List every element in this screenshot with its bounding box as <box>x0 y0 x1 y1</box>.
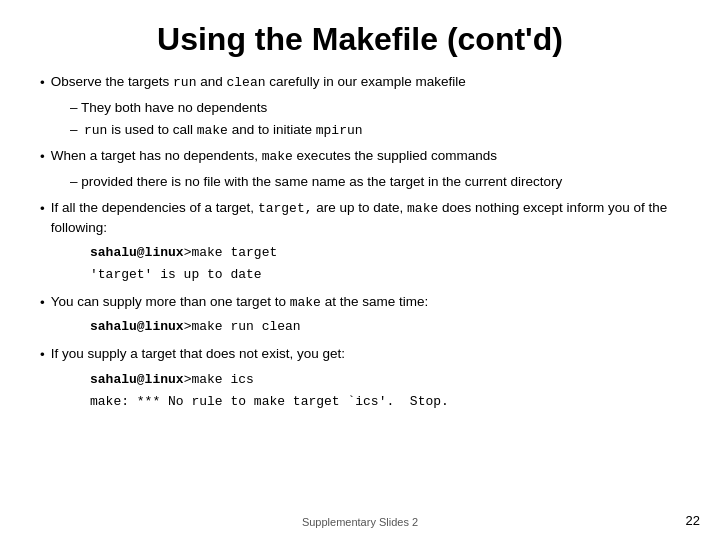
bullet-symbol-5: • <box>40 345 45 365</box>
code-bold-sahalu1: sahalu@linux <box>90 245 184 260</box>
bullet-symbol-4: • <box>40 293 45 313</box>
bullet-4: • You can supply more than one target to… <box>40 292 680 313</box>
bullet-text-4: You can supply more than one target to m… <box>51 292 680 313</box>
bullet-symbol-3: • <box>40 199 45 219</box>
bullet-symbol-2: • <box>40 147 45 167</box>
bullet-2: • When a target has no dependents, make … <box>40 146 680 167</box>
code-target-up: 'target' is up to date <box>90 267 262 282</box>
sub-bullet-1-2: – run is used to call make and to initia… <box>70 120 680 141</box>
content-area: • Observe the targets run and clean care… <box>40 72 680 413</box>
bullet-text-5: If you supply a target that does not exi… <box>51 344 680 364</box>
code-bold-sahalu3: sahalu@linux <box>90 372 184 387</box>
code-clean: clean <box>226 75 265 90</box>
bullet-text-2: When a target has no dependents, make ex… <box>51 146 680 167</box>
footer-center: Supplementary Slides 2 <box>302 516 418 528</box>
code-block-5-1: sahalu@linux>make ics <box>90 370 680 391</box>
code-block-4-1: sahalu@linux>make run clean <box>90 317 680 338</box>
sub-bullet-2-1: provided there is no file with the same … <box>70 172 680 192</box>
code-rest-2: >make run clean <box>184 319 301 334</box>
code-rest-3: >make ics <box>184 372 254 387</box>
code-run2: run <box>84 123 107 138</box>
code-rest-1: >make target <box>184 245 278 260</box>
code-block-5-2: make: *** No rule to make target `ics'. … <box>90 392 680 413</box>
code-block-3-2: 'target' is up to date <box>90 265 680 286</box>
bullet-text-3: If all the dependencies of a target, tar… <box>51 198 680 239</box>
sub-bullet-1-1: They both have no dependents <box>70 98 680 118</box>
code-make2: make <box>262 149 293 164</box>
code-block-3-1: sahalu@linux>make target <box>90 243 680 264</box>
code-bold-sahalu2: sahalu@linux <box>90 319 184 334</box>
slide: Using the Makefile (cont'd) • Observe th… <box>0 0 720 540</box>
code-run: run <box>173 75 196 90</box>
bullet-5: • If you supply a target that does not e… <box>40 344 680 365</box>
code-mpirun: mpirun <box>316 123 363 138</box>
code-make4: make <box>290 295 321 310</box>
code-make1: make <box>197 123 228 138</box>
code-make3: make <box>407 201 438 216</box>
code-target: target, <box>258 201 313 216</box>
bullet-text-1: Observe the targets run and clean carefu… <box>51 72 680 93</box>
slide-title: Using the Makefile (cont'd) <box>40 20 680 58</box>
bullet-3: • If all the dependencies of a target, t… <box>40 198 680 239</box>
footer-page: 22 <box>686 513 700 528</box>
code-no-rule: make: *** No rule to make target `ics'. … <box>90 394 449 409</box>
bullet-1: • Observe the targets run and clean care… <box>40 72 680 93</box>
bullet-symbol-1: • <box>40 73 45 93</box>
